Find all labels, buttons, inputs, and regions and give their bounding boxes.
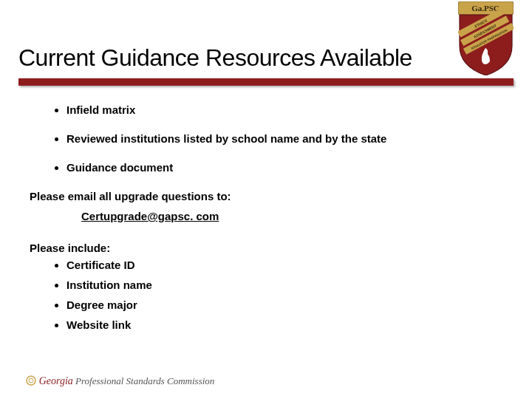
list-item: Infield matrix bbox=[66, 103, 502, 116]
list-item: Certificate ID bbox=[66, 259, 502, 271]
list-item: Institution name bbox=[66, 279, 502, 291]
slide: Ga.PSC ETHICS ASSESSMENT EDUCATOR PREPAR… bbox=[0, 0, 532, 399]
guidance-resources-list: Infield matrix Reviewed institutions lis… bbox=[30, 103, 502, 174]
svg-point-9 bbox=[29, 378, 33, 383]
page-title: Current Guidance Resources Available bbox=[18, 44, 514, 72]
include-list: Certificate ID Institution name Degree m… bbox=[30, 259, 502, 331]
footer-org-prefix: Georgia bbox=[39, 375, 73, 386]
email-line: Certupgrade@gapsc. com bbox=[81, 210, 502, 222]
email-prompt: Please email all upgrade questions to: bbox=[30, 190, 502, 202]
list-item: Guidance document bbox=[66, 161, 502, 174]
svg-text:Ga.PSC: Ga.PSC bbox=[471, 4, 499, 13]
title-underline-bar bbox=[18, 78, 514, 86]
footer-org-logo: Georgia Professional Standards Commissio… bbox=[26, 375, 214, 387]
list-item: Degree major bbox=[66, 299, 502, 311]
list-item: Website link bbox=[66, 318, 502, 331]
include-prompt: Please include: bbox=[30, 242, 502, 254]
list-item: Reviewed institutions listed by school n… bbox=[66, 132, 502, 145]
georgia-seal-icon bbox=[26, 375, 36, 386]
content-area: Infield matrix Reviewed institutions lis… bbox=[30, 103, 502, 338]
svg-point-8 bbox=[27, 376, 35, 385]
footer-org-rest: Professional Standards Commission bbox=[73, 375, 215, 386]
contact-email-link[interactable]: Certupgrade@gapsc. com bbox=[81, 210, 219, 222]
